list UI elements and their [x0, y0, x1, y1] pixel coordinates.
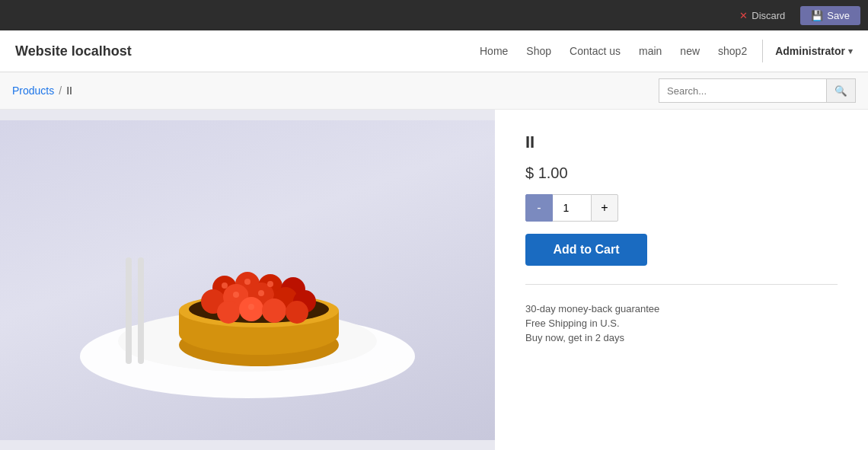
save-icon: 💾 [811, 10, 823, 21]
search-container: 🔍 [659, 78, 856, 103]
save-label: Save [827, 10, 850, 21]
breadcrumb-parent[interactable]: Products [12, 85, 54, 97]
discard-button[interactable]: ✕ Discard [729, 6, 796, 25]
product-name: II [525, 132, 838, 152]
top-bar: ✕ Discard 💾 Save [0, 0, 868, 30]
nav-link-new[interactable]: new [680, 45, 700, 57]
breadcrumb-separator: / [59, 85, 62, 97]
quantity-input[interactable] [553, 194, 591, 222]
nav-link-contact[interactable]: Contact us [570, 45, 621, 57]
nav-links: Home Shop Contact us main new shop2 [480, 45, 747, 57]
svg-point-27 [248, 304, 254, 310]
quantity-decrease-button[interactable]: - [525, 194, 553, 222]
svg-point-25 [233, 292, 239, 298]
quantity-increase-button[interactable]: + [591, 194, 618, 222]
nav-link-home[interactable]: Home [480, 45, 508, 57]
breadcrumb-current: II [66, 85, 72, 97]
product-separator [525, 284, 838, 285]
svg-rect-2 [126, 257, 132, 364]
product-illustration [65, 136, 430, 425]
breadcrumb: Products / II [12, 85, 72, 97]
product-details: II $ 1.00 - + Add to Cart 30-day money-b… [495, 110, 868, 450]
admin-label: Administrator [775, 45, 845, 57]
discard-label: Discard [752, 10, 785, 21]
admin-menu[interactable]: Administrator ▾ [775, 45, 853, 57]
svg-point-21 [286, 301, 308, 324]
nav-link-main[interactable]: main [639, 45, 662, 57]
search-button[interactable]: 🔍 [826, 78, 856, 103]
svg-point-24 [267, 281, 273, 287]
svg-point-20 [262, 298, 286, 323]
svg-point-18 [217, 301, 240, 324]
quantity-row: - + [525, 194, 838, 222]
product-info: 30-day money-back guarantee Free Shippin… [525, 303, 838, 343]
guarantee-3: Buy now, get in 2 days [525, 332, 838, 343]
svg-point-22 [222, 282, 228, 289]
nav-divider [762, 40, 763, 62]
search-icon: 🔍 [834, 85, 847, 97]
main-content: II $ 1.00 - + Add to Cart 30-day money-b… [0, 110, 868, 450]
search-input[interactable] [659, 78, 826, 103]
nav-link-shop[interactable]: Shop [526, 45, 551, 57]
guarantee-1: 30-day money-back guarantee [525, 303, 838, 314]
guarantee-2: Free Shipping in U.S. [525, 318, 838, 329]
save-button[interactable]: 💾 Save [800, 6, 860, 25]
discard-icon: ✕ [739, 10, 748, 21]
add-to-cart-button[interactable]: Add to Cart [525, 234, 647, 266]
nav-link-shop2[interactable]: shop2 [718, 45, 747, 57]
product-price: $ 1.00 [525, 164, 838, 182]
breadcrumb-bar: Products / II 🔍 [0, 72, 868, 110]
product-image-container [0, 110, 495, 450]
site-title: Website localhost [15, 43, 132, 59]
svg-point-23 [244, 279, 251, 285]
svg-point-26 [258, 290, 264, 296]
svg-rect-3 [138, 257, 144, 364]
chevron-down-icon: ▾ [848, 46, 853, 56]
product-image [0, 120, 495, 440]
nav-bar: Website localhost Home Shop Contact us m… [0, 30, 868, 72]
